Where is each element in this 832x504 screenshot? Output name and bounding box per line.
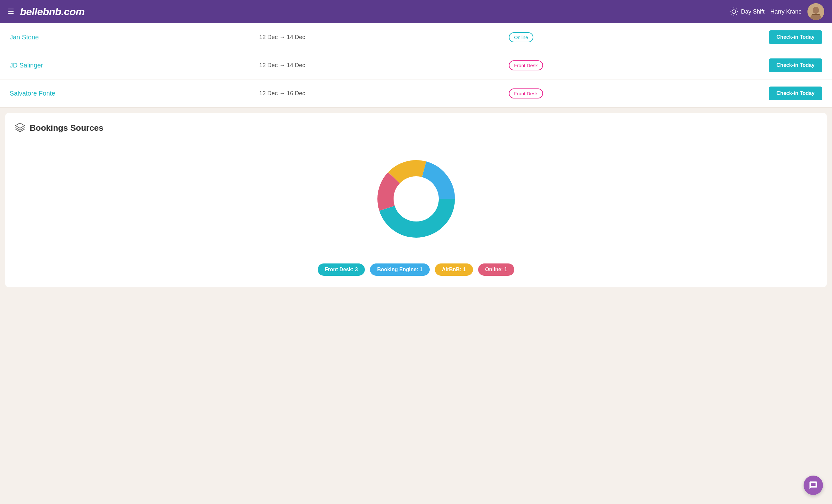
bookings-sources-section: Bookings Sources Fro (5, 113, 827, 287)
svg-line-7 (731, 14, 732, 15)
user-name-label: Harry Krane (770, 8, 802, 15)
source-badge: Online (509, 32, 533, 42)
checkin-button[interactable]: Check-in Today (769, 86, 822, 100)
header-right: Day Shift Harry Krane (729, 3, 824, 20)
legend-badge: Online: 1 (478, 263, 514, 276)
source-badge: Front Desk (509, 60, 543, 71)
guest-name[interactable]: Salvatore Fonte (10, 90, 55, 97)
table-row: Salvatore Fonte 12 Dec → 16 Dec Front De… (0, 79, 832, 107)
table-row: Jan Stone 12 Dec → 14 Dec Online Check-i… (0, 23, 832, 51)
legend-badge: AirBnB: 1 (435, 263, 473, 276)
legend-badge: Front Desk: 3 (318, 263, 365, 276)
donut-chart (361, 144, 471, 254)
svg-rect-14 (812, 14, 820, 15)
source-badge: Front Desk (509, 88, 543, 99)
sun-icon (729, 7, 738, 16)
date-range: 12 Dec → 14 Dec (259, 34, 305, 41)
user-avatar[interactable] (807, 3, 824, 20)
date-range: 12 Dec → 16 Dec (259, 90, 305, 97)
checkin-button[interactable]: Check-in Today (769, 30, 822, 44)
svg-point-10 (813, 7, 819, 14)
chart-container: Front Desk: 3Booking Engine: 1AirBnB: 1O… (15, 144, 817, 276)
layers-icon (15, 122, 25, 134)
date-range: 12 Dec → 14 Dec (259, 62, 305, 69)
chat-button[interactable] (804, 476, 823, 495)
guest-name[interactable]: JD Salinger (10, 62, 43, 69)
svg-marker-15 (16, 123, 25, 128)
brand-name: bellebnb.com (20, 6, 729, 18)
chat-icon (809, 481, 818, 490)
chart-legend: Front Desk: 3Booking Engine: 1AirBnB: 1O… (318, 263, 514, 276)
menu-icon[interactable]: ☰ (8, 8, 14, 15)
donut-hole (394, 177, 438, 221)
legend-badge: Booking Engine: 1 (370, 263, 430, 276)
guest-name[interactable]: Jan Stone (10, 33, 39, 41)
day-shift-label: Day Shift (741, 8, 764, 15)
bookings-table: Jan Stone 12 Dec → 14 Dec Online Check-i… (0, 23, 832, 107)
section-title: Bookings Sources (30, 123, 103, 133)
svg-point-0 (732, 10, 736, 14)
checkin-button[interactable]: Check-in Today (769, 58, 822, 72)
table-row: JD Salinger 12 Dec → 14 Dec Front Desk C… (0, 51, 832, 79)
app-header: ☰ bellebnb.com Day Shift Harry Krane (0, 0, 832, 23)
day-shift: Day Shift (729, 7, 764, 16)
section-header: Bookings Sources (15, 122, 817, 134)
svg-line-4 (736, 14, 737, 15)
main-content: Jan Stone 12 Dec → 14 Dec Online Check-i… (0, 23, 832, 287)
svg-line-3 (731, 9, 732, 9)
svg-line-8 (736, 9, 737, 9)
